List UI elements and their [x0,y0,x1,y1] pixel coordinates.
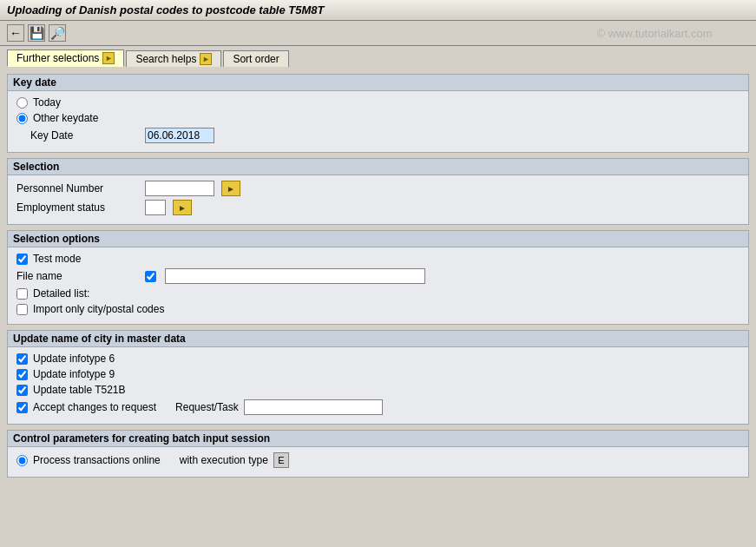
detailed-list-label: Detailed list: [33,287,89,300]
employment-status-arrow-btn[interactable]: ► [173,200,192,215]
update-infotype6-label: Update infotype 6 [33,353,115,365]
tab-arrow-further: ► [102,52,115,64]
execution-type-input[interactable] [273,452,289,468]
detailed-list-row: Detailed list: [16,287,740,300]
tab-sort-order-label: Sort order [233,53,279,65]
main-content: Key date Today Other keydate Key Date Se… [0,70,756,486]
title-bar: Uploading of Danish postal codes to post… [0,0,756,21]
import-only-checkbox[interactable] [16,304,28,315]
test-mode-row: Test mode [16,253,740,265]
control-body: Process transactions online with executi… [8,447,748,477]
update-table-label: Update table T521B [33,384,126,396]
selection-options-section: Selection options Test mode File name De… [7,230,749,325]
request-task-input[interactable] [244,399,383,415]
key-date-input[interactable] [145,128,214,143]
tab-search-helps-label: Search helps [135,53,196,65]
tab-bar: Further selections ► Search helps ► Sort… [0,46,756,70]
file-name-checkbox[interactable] [145,271,156,282]
import-only-label: Import only city/postal codes [33,303,164,315]
tab-search-helps[interactable]: Search helps ► [126,50,221,67]
file-name-input[interactable] [165,268,425,284]
toolbar: ← 💾 🔎 © www.tutorialkart.com [0,21,756,46]
watermark: © www.tutorialkart.com [597,25,713,42]
accept-changes-label: Accept changes to request [33,401,156,413]
key-date-header: Key date [8,75,748,91]
personnel-number-input[interactable] [145,181,214,196]
key-date-section: Key date Today Other keydate Key Date [7,74,749,153]
import-only-row: Import only city/postal codes [16,303,740,315]
employment-status-row: Employment status ► [16,200,740,215]
test-mode-checkbox[interactable] [16,254,28,265]
personnel-number-label: Personnel Number [16,182,138,194]
update-table-checkbox[interactable] [16,385,28,396]
personnel-number-row: Personnel Number ► [16,181,740,196]
process-transactions-radio[interactable] [16,455,28,466]
other-keydate-row: Other keydate [16,112,740,124]
today-row: Today [16,96,740,109]
selection-section: Selection Personnel Number ► Employment … [7,158,749,225]
update-section: Update name of city in master data Updat… [7,330,749,425]
update-infotype9-label: Update infotype 9 [33,368,115,380]
find-icon[interactable]: 🔎 [49,24,66,42]
file-name-label: File name [16,270,138,282]
request-task-label: Request/Task [175,401,239,413]
file-name-row: File name [16,268,740,284]
tab-arrow-search: ► [200,53,212,65]
page-title: Uploading of Danish postal codes to post… [7,3,324,16]
today-radio[interactable] [16,97,28,109]
selection-body: Personnel Number ► Employment status ► [8,175,748,224]
selection-header: Selection [8,159,748,175]
update-infotype9-row: Update infotype 9 [16,368,740,380]
back-icon[interactable]: ← [7,24,24,42]
key-date-body: Today Other keydate Key Date [8,91,748,152]
update-infotype6-checkbox[interactable] [16,353,28,365]
accept-changes-checkbox[interactable] [16,402,28,413]
tab-sort-order[interactable]: Sort order [223,50,288,67]
detailed-list-checkbox[interactable] [16,288,28,300]
update-infotype9-checkbox[interactable] [16,369,28,380]
tab-further-selections[interactable]: Further selections ► [7,49,124,67]
process-transactions-label: Process transactions online [33,454,161,466]
control-section: Control parameters for creating batch in… [7,430,749,478]
update-table-row: Update table T521B [16,384,740,396]
control-header: Control parameters for creating batch in… [8,431,748,447]
other-keydate-radio[interactable] [16,113,28,124]
selection-options-body: Test mode File name Detailed list: Impor… [8,247,748,324]
employment-status-label: Employment status [16,201,138,214]
employment-status-input[interactable] [145,200,166,215]
process-transactions-row: Process transactions online with executi… [16,452,740,468]
key-date-field-row: Key Date [16,128,740,143]
accept-changes-row: Accept changes to request Request/Task [16,399,740,415]
update-infotype6-row: Update infotype 6 [16,353,740,365]
tab-further-selections-label: Further selections [16,52,99,64]
update-header: Update name of city in master data [8,331,748,347]
today-label: Today [33,96,61,109]
test-mode-label: Test mode [33,253,81,265]
save-icon[interactable]: 💾 [28,24,45,42]
key-date-label: Key Date [16,129,138,142]
update-body: Update infotype 6 Update infotype 9 Upda… [8,347,748,424]
personnel-number-arrow-btn[interactable]: ► [221,181,240,196]
other-keydate-label: Other keydate [33,112,98,124]
selection-options-header: Selection options [8,231,748,247]
with-execution-label: with execution type [180,454,268,466]
